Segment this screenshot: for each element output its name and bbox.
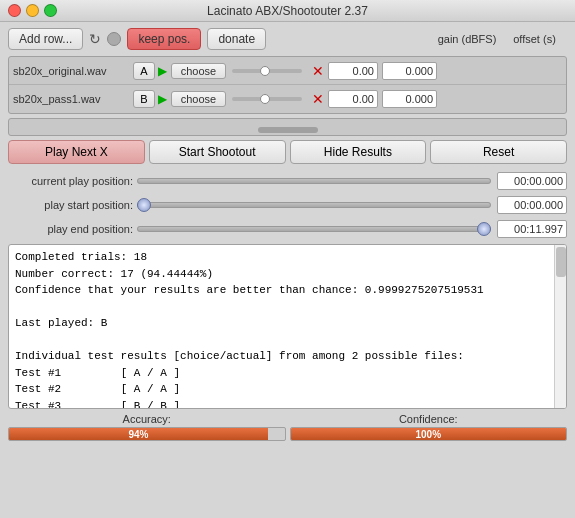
window-buttons [8, 4, 57, 17]
window-title: Lacinato ABX/Shootouter 2.37 [207, 4, 368, 18]
main-content: Add row... ↻ keep pos. donate gain (dBFS… [0, 22, 575, 445]
confidence-section: Confidence: 100% [290, 413, 568, 441]
action-buttons: Play Next X Start Shootout Hide Results … [8, 140, 567, 164]
gain-slider-a[interactable] [232, 69, 302, 73]
choose-button-b[interactable]: choose [171, 91, 226, 107]
start-position-row: play start position: 00:00.000 [8, 194, 567, 216]
remove-button-a[interactable]: ✕ [312, 63, 324, 79]
maximize-button[interactable] [44, 4, 57, 17]
play-button-a[interactable]: ▶ [158, 64, 167, 78]
scrollbar-thumb [556, 247, 566, 277]
keep-pos-button[interactable]: keep pos. [127, 28, 201, 50]
play-button-b[interactable]: ▶ [158, 92, 167, 106]
filename-a: sb20x_original.wav [13, 65, 133, 77]
end-position-label: play end position: [8, 223, 133, 235]
gain-slider-b[interactable] [232, 97, 302, 101]
current-position-row: current play position: 00:00.000 [8, 170, 567, 192]
choose-button-a[interactable]: choose [171, 63, 226, 79]
gain-header: gain (dBFS) [432, 33, 502, 45]
start-shootout-button[interactable]: Start Shootout [149, 140, 286, 164]
status-indicator [107, 32, 121, 46]
title-bar: Lacinato ABX/Shootouter 2.37 [0, 0, 575, 22]
file-rows: sb20x_original.wav A ▶ choose ✕ sb20x_pa… [8, 56, 567, 114]
bottom-bars: Accuracy: 94% Confidence: 100% [8, 413, 567, 441]
scroll-thumb [258, 127, 318, 133]
minimize-button[interactable] [26, 4, 39, 17]
start-position-label: play start position: [8, 199, 133, 211]
remove-button-b[interactable]: ✕ [312, 91, 324, 107]
accuracy-bar-fill: 94% [9, 428, 268, 440]
offset-field-a[interactable] [382, 62, 437, 80]
filename-b: sb20x_pass1.wav [13, 93, 133, 105]
results-area: Completed trials: 18 Number correct: 17 … [8, 244, 567, 409]
accuracy-section: Accuracy: 94% [8, 413, 286, 441]
gain-offset-header: gain (dBFS) offset (s) [432, 33, 567, 45]
reset-button[interactable]: Reset [430, 140, 567, 164]
results-text: Completed trials: 18 Number correct: 17 … [15, 249, 560, 409]
current-position-time: 00:00.000 [497, 172, 567, 190]
end-position-row: play end position: 00:11.997 [8, 218, 567, 240]
confidence-bar-container: 100% [290, 427, 568, 441]
offset-field-b[interactable] [382, 90, 437, 108]
play-next-button[interactable]: Play Next X [8, 140, 145, 164]
end-position-time: 00:11.997 [497, 220, 567, 238]
ab-button-b[interactable]: B [133, 90, 155, 108]
refresh-icon[interactable]: ↻ [89, 31, 101, 47]
current-position-slider[interactable] [137, 178, 491, 184]
gain-field-b[interactable] [328, 90, 378, 108]
position-rows: current play position: 00:00.000 play st… [8, 170, 567, 240]
file-row-b: sb20x_pass1.wav B ▶ choose ✕ [9, 85, 566, 113]
accuracy-bar-container: 94% [8, 427, 286, 441]
accuracy-label: Accuracy: [8, 413, 286, 425]
results-scrollbar[interactable] [554, 245, 566, 408]
ab-button-a[interactable]: A [133, 62, 155, 80]
current-position-label: current play position: [8, 175, 133, 187]
hide-results-button[interactable]: Hide Results [290, 140, 427, 164]
toolbar: Add row... ↻ keep pos. donate gain (dBFS… [8, 28, 567, 50]
spacer-area [8, 118, 567, 136]
end-position-slider[interactable] [137, 226, 491, 232]
add-row-button[interactable]: Add row... [8, 28, 83, 50]
start-position-time: 00:00.000 [497, 196, 567, 214]
confidence-label: Confidence: [290, 413, 568, 425]
donate-button[interactable]: donate [207, 28, 266, 50]
offset-header: offset (s) [502, 33, 567, 45]
start-position-slider[interactable] [137, 202, 491, 208]
gain-field-a[interactable] [328, 62, 378, 80]
close-button[interactable] [8, 4, 21, 17]
file-row-a: sb20x_original.wav A ▶ choose ✕ [9, 57, 566, 85]
confidence-bar-fill: 100% [291, 428, 567, 440]
